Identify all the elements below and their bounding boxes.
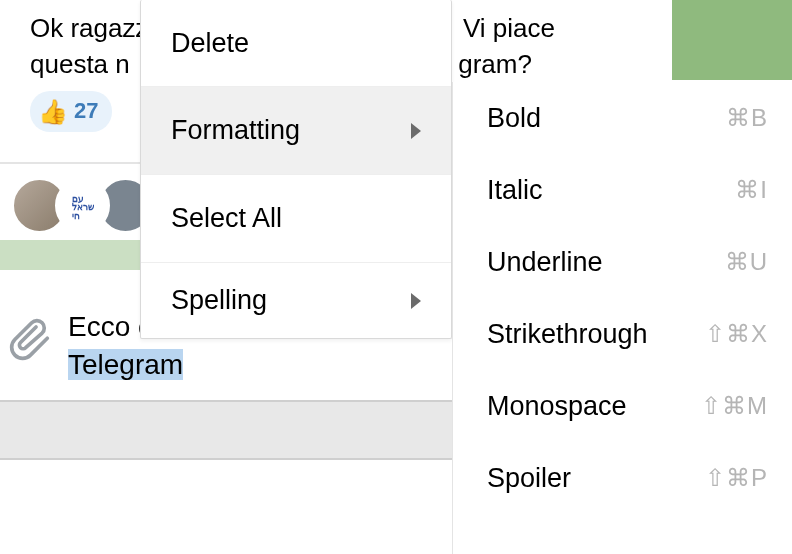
keyboard-shortcut: ⇧⌘P — [705, 464, 768, 492]
menu-select-all[interactable]: Select All — [141, 174, 451, 262]
menu-delete[interactable]: Delete — [141, 0, 451, 86]
context-menu: Delete Formatting Select All Spelling — [140, 0, 452, 339]
submenu-label: Strikethrough — [487, 319, 648, 350]
keyboard-shortcut: ⌘I — [735, 176, 768, 204]
menu-label: Select All — [171, 203, 282, 234]
msg-text: Vi piace — [463, 13, 555, 43]
submenu-label: Italic — [487, 175, 543, 206]
chevron-right-icon — [411, 293, 421, 309]
submenu-strikethrough[interactable]: Strikethrough ⇧⌘X — [453, 298, 792, 370]
viewer-avatars: עםישראלחי — [12, 178, 141, 233]
msg-text: Ok ragazz — [30, 13, 149, 43]
submenu-monospace[interactable]: Monospace ⇧⌘M — [453, 370, 792, 442]
formatting-submenu: Bold ⌘B Italic ⌘I Underline ⌘U Strikethr… — [452, 82, 792, 554]
submenu-label: Underline — [487, 247, 603, 278]
submenu-label: Bold — [487, 103, 541, 134]
paperclip-icon[interactable] — [8, 318, 52, 366]
keyboard-shortcut: ⌘B — [726, 104, 768, 132]
menu-label: Spelling — [171, 285, 267, 316]
submenu-spoiler[interactable]: Spoiler ⇧⌘P — [453, 442, 792, 514]
keyboard-shortcut: ⇧⌘X — [705, 320, 768, 348]
reaction-chip[interactable]: 👍 27 — [30, 91, 112, 133]
reaction-count: 27 — [74, 96, 98, 127]
keyboard-shortcut: ⌘U — [725, 248, 768, 276]
submenu-underline[interactable]: Underline ⌘U — [453, 226, 792, 298]
msg-text: gram? — [458, 49, 532, 79]
avatar[interactable]: עםישראלחי — [55, 178, 110, 233]
svg-text:חי: חי — [72, 210, 80, 220]
submenu-label: Monospace — [487, 391, 627, 422]
menu-label: Formatting — [171, 115, 300, 146]
chevron-right-icon — [411, 123, 421, 139]
submenu-italic[interactable]: Italic ⌘I — [453, 154, 792, 226]
menu-formatting[interactable]: Formatting — [141, 86, 451, 174]
thumbs-up-icon: 👍 — [38, 95, 68, 129]
submenu-label: Spoiler — [487, 463, 571, 494]
input-line: Telegram — [68, 346, 183, 384]
submenu-bold[interactable]: Bold ⌘B — [453, 82, 792, 154]
menu-label: Delete — [171, 28, 249, 59]
keyboard-shortcut: ⇧⌘M — [701, 392, 768, 420]
msg-text: questa n — [30, 49, 130, 79]
menu-spelling[interactable]: Spelling — [141, 262, 451, 338]
